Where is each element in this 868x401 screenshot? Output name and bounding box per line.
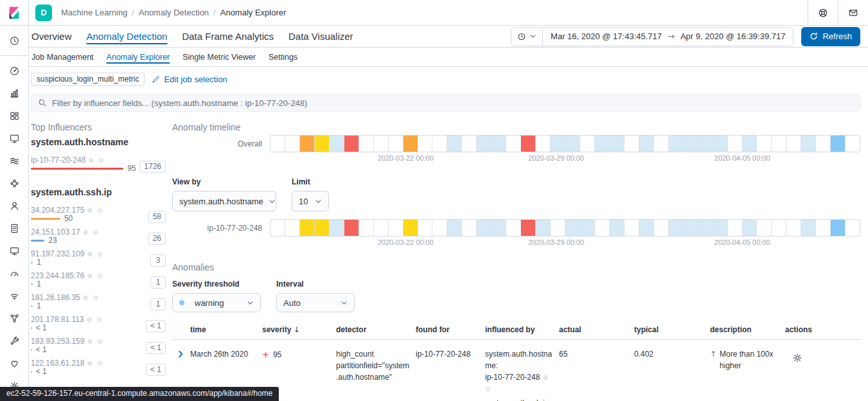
filter-actions[interactable]: ⊕ ⊖ xyxy=(88,157,105,164)
sidebar-item-maps[interactable] xyxy=(5,152,23,169)
swimlane-cell[interactable] xyxy=(300,136,315,152)
swimlane-cell[interactable] xyxy=(270,136,285,152)
remove-filter-icon[interactable]: ⊖ xyxy=(93,316,103,323)
add-filter-icon[interactable]: ⊕ xyxy=(83,294,89,301)
column-header-severity[interactable]: severity↓ xyxy=(262,325,336,334)
sidebar-item-metrics[interactable] xyxy=(5,242,23,259)
swimlane-cell[interactable] xyxy=(728,136,743,152)
date-range-start[interactable]: Mar 16, 2020 @ 17:43:45.717 xyxy=(551,31,662,41)
swimlane-cell[interactable] xyxy=(669,220,684,236)
swimlane-cell[interactable] xyxy=(344,136,359,152)
swimlane-cell[interactable] xyxy=(270,220,285,236)
swimlane-cell[interactable] xyxy=(551,136,565,152)
add-filter-icon[interactable]: ⊕ xyxy=(87,251,93,258)
sidebar-item-discover[interactable] xyxy=(5,62,23,79)
row-actions-gear-icon[interactable] xyxy=(792,352,803,364)
swimlane-cell[interactable] xyxy=(403,220,418,236)
swimlane-cell[interactable] xyxy=(698,136,713,152)
add-filter-icon[interactable]: ⊕ xyxy=(87,360,93,367)
influencer-name[interactable]: 181.26.186.35⊕ ⊖ xyxy=(31,293,136,302)
subtab-job-management[interactable]: Job Management xyxy=(31,53,94,62)
swimlane-cell[interactable] xyxy=(728,220,743,236)
tab-anomaly-detection[interactable]: Anomaly Detection xyxy=(87,31,168,42)
newsfeed-button[interactable] xyxy=(838,0,868,26)
swimlane-cell[interactable] xyxy=(477,220,492,236)
column-header-found-for[interactable]: found for xyxy=(416,325,485,334)
swimlane-cell[interactable] xyxy=(285,136,300,152)
swimlane-cell[interactable] xyxy=(684,136,698,152)
swimlane-cell[interactable] xyxy=(831,136,846,152)
column-header-description[interactable]: description xyxy=(710,325,785,334)
date-range-end[interactable]: Apr 9, 2020 @ 16:39:39.717 xyxy=(680,31,786,41)
swimlane-cell[interactable] xyxy=(418,220,433,236)
swimlane-cell[interactable] xyxy=(743,220,757,236)
column-header-actual[interactable]: actual xyxy=(559,325,634,334)
swimlane-cell[interactable] xyxy=(389,136,403,152)
filter-actions[interactable]: ⊕ ⊖ xyxy=(87,251,103,258)
swimlane-cell[interactable] xyxy=(757,220,772,236)
refresh-button[interactable]: Refresh xyxy=(801,27,860,46)
sidebar-item-machine-learning[interactable] xyxy=(5,175,23,192)
swimlane-cell[interactable] xyxy=(846,136,860,152)
swimlane-cell[interactable] xyxy=(492,220,506,236)
swimlane-cell[interactable] xyxy=(447,136,462,152)
influencer-name[interactable]: 34.204.227.175⊕ ⊖ xyxy=(31,206,136,215)
swimlane-cell[interactable] xyxy=(447,220,462,236)
add-filter-icon[interactable]: ⊕ xyxy=(87,272,93,280)
swimlane-cell[interactable] xyxy=(713,220,728,236)
swimlane-cell[interactable] xyxy=(816,220,831,236)
subtab-single-metric-viewer[interactable]: Single Metric Viewer xyxy=(182,53,256,62)
swimlane-cell[interactable] xyxy=(831,220,846,236)
remove-filter-icon[interactable]: ⊖ xyxy=(94,272,104,280)
swimlane-cell[interactable] xyxy=(801,220,816,236)
filter-actions[interactable]: ⊕ ⊖ xyxy=(87,272,103,280)
swimlane-cell[interactable] xyxy=(713,136,728,152)
interval-select[interactable]: Auto xyxy=(276,293,355,312)
add-filter-icon[interactable]: ⊕ xyxy=(88,157,94,164)
swimlane-cell[interactable] xyxy=(669,136,684,152)
filter-actions[interactable]: ⊕ ⊖ xyxy=(87,360,103,367)
subtab-settings[interactable]: Settings xyxy=(269,53,297,62)
tab-data-visualizer[interactable]: Data Visualizer xyxy=(288,31,353,42)
swimlane-cell[interactable] xyxy=(432,136,447,152)
influencer-name[interactable]: 183.93.253.159⊕ ⊖ xyxy=(31,337,136,346)
remove-filter-icon[interactable]: ⊖ xyxy=(94,338,104,345)
kibana-logo[interactable] xyxy=(0,0,28,26)
swimlane-cell[interactable] xyxy=(374,136,389,152)
swimlane-cell[interactable] xyxy=(801,136,816,152)
space-avatar[interactable]: D xyxy=(35,4,52,21)
swimlane-cell[interactable] xyxy=(565,220,580,236)
swimlane-cell[interactable] xyxy=(786,220,801,236)
swimlane-cell[interactable] xyxy=(536,136,551,152)
add-filter-icon[interactable]: ⊕ xyxy=(87,207,93,214)
column-header-influenced-by[interactable]: influenced by xyxy=(485,325,559,334)
swimlane-cell[interactable] xyxy=(610,220,624,236)
swimlane-cell[interactable] xyxy=(698,220,713,236)
remove-filter-icon[interactable]: ⊖ xyxy=(94,207,104,214)
filter-actions[interactable]: ⊕ ⊖ xyxy=(87,316,103,323)
swimlane-cell[interactable] xyxy=(639,220,654,236)
swimlane-cell[interactable] xyxy=(506,136,521,152)
swimlane-cell[interactable] xyxy=(580,220,595,236)
swimlane-cell[interactable] xyxy=(772,220,786,236)
swimlane-cell[interactable] xyxy=(624,136,639,152)
swimlane-cell[interactable] xyxy=(432,220,447,236)
sidebar-item-dashboard[interactable] xyxy=(5,107,23,124)
remove-filter-icon[interactable]: ⊖ xyxy=(94,360,104,367)
filter-actions[interactable]: ⊕ ⊖ xyxy=(485,374,549,393)
sidebar-item-visualize[interactable] xyxy=(5,85,23,102)
help-button[interactable] xyxy=(808,0,838,26)
swimlane-cell[interactable] xyxy=(772,136,786,152)
add-filter-icon[interactable]: ⊕ xyxy=(87,316,93,323)
tab-data-frame-analytics[interactable]: Data Frame Analytics xyxy=(182,31,274,42)
influencer-name[interactable]: 122.163.61.218⊕ ⊖ xyxy=(31,359,136,368)
swimlane-cell[interactable] xyxy=(344,220,359,236)
filter-actions[interactable]: ⊕ ⊖ xyxy=(83,229,100,236)
sidebar-item-graph[interactable] xyxy=(5,197,23,214)
swimlane-cell[interactable] xyxy=(330,136,344,152)
sidebar-item-uptime[interactable] xyxy=(5,287,23,304)
swimlane-cell[interactable] xyxy=(462,220,477,236)
swimlane-cell[interactable] xyxy=(330,220,344,236)
sidebar-item-stack-monitoring[interactable] xyxy=(5,355,23,371)
influencer-name[interactable]: 223.244.185.76⊕ ⊖ xyxy=(31,271,136,280)
